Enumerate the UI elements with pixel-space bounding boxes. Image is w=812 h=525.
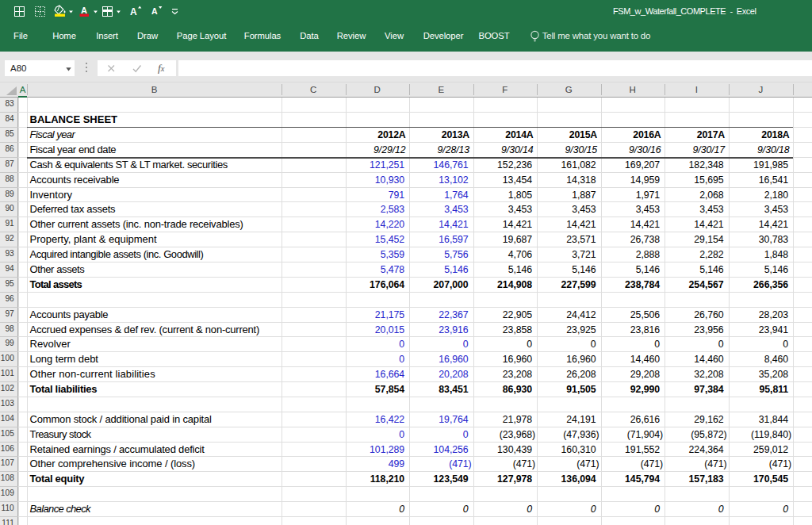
svg-text:A: A <box>151 6 158 16</box>
svg-text:A: A <box>81 6 87 15</box>
svg-text:A: A <box>130 6 137 17</box>
